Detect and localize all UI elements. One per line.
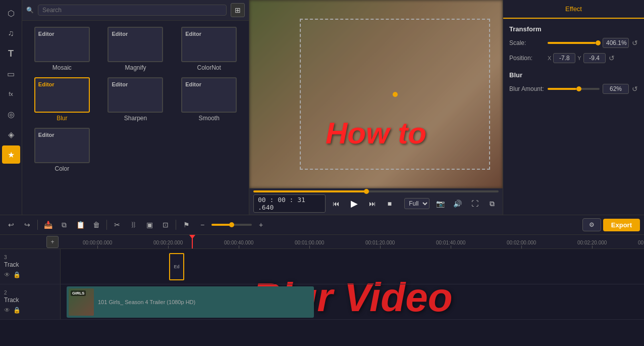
progress-bar[interactable]	[253, 190, 499, 192]
right-panel: Effect Transform Scale: 406.1% ↺ Po	[503, 0, 644, 215]
search-input[interactable]	[38, 5, 227, 16]
effect-card-magnify[interactable]: Editor Magnify	[102, 27, 170, 71]
effect-name-smooth: Smooth	[198, 115, 219, 122]
snapshot-button[interactable]: 📷	[434, 196, 447, 211]
export-settings-button[interactable]: ⚙	[582, 218, 601, 231]
playhead[interactable]	[192, 235, 193, 249]
track-3-name: Track	[4, 261, 19, 268]
track-2-name: Track	[4, 296, 19, 304]
scale-value[interactable]: 406.1%	[603, 38, 629, 48]
step-back-button[interactable]: ⏮	[330, 196, 343, 211]
zoom-slider[interactable]	[211, 224, 252, 226]
left-sidebar: ⬡ ♫ T ▭ fx ◎ ◈ ★	[0, 0, 22, 215]
quality-select[interactable]: Full 1/2 1/4	[404, 198, 430, 209]
sidebar-icon-favorites[interactable]: ★	[2, 145, 20, 164]
quality-group: Full 1/2 1/4	[404, 198, 430, 209]
scale-slider[interactable]	[548, 42, 600, 44]
effect-card-smooth[interactable]: Editor Smooth	[175, 77, 243, 122]
export-button[interactable]: Export	[603, 219, 640, 231]
panel-content: Transform Scale: 406.1% ↺ Position: X	[503, 19, 644, 215]
blur-amount-row: Blur Amount: 62% ↺	[509, 84, 638, 94]
paste-button[interactable]: 📋	[73, 218, 87, 232]
effect-card-blur[interactable]: Editor Blur	[28, 77, 96, 122]
step-forward-button[interactable]: ⏭	[366, 196, 379, 211]
track-2-lock[interactable]: 🔒	[13, 307, 21, 314]
blur-amount-reset-button[interactable]: ↺	[632, 85, 638, 93]
grid-view-button[interactable]: ⊞	[231, 3, 245, 17]
effect-thumb-blur: Editor	[34, 77, 90, 113]
split-button[interactable]: ⧚	[126, 218, 140, 232]
progress-thumb[interactable]	[364, 189, 369, 194]
effect-thumb-colornot: Editor	[181, 27, 237, 62]
ruler-marks: 00:00:00.000 00:00:20.000 00:00:40.000 0…	[83, 235, 644, 249]
video-preview: How to	[249, 0, 503, 188]
effect-card-mosaic[interactable]: Editor Mosaic	[28, 27, 96, 71]
track-3-icons: 👁 🔒	[4, 271, 21, 278]
timeline: + 00:00:00.000 00:00:20.000 00:00:40.000…	[0, 235, 644, 346]
track-2-icons: 👁 🔒	[4, 307, 21, 314]
position-reset-button[interactable]: ↺	[609, 54, 615, 62]
position-x-value[interactable]: -7.8	[553, 53, 575, 63]
effect-thumb-color: Editor	[34, 128, 90, 163]
sidebar-icon-effects[interactable]: fx	[2, 85, 20, 103]
sidebar-icon-stickers[interactable]: ◈	[2, 125, 20, 143]
preview-area: How to 00 : 00 : 31 .640 ⏮ ▶ ⏭ ■ Full 1/…	[249, 0, 503, 215]
effect-card-colornot[interactable]: Editor ColorNot	[175, 27, 243, 71]
effect-thumb-smooth: Editor	[181, 77, 237, 113]
blur-title: Blur	[509, 71, 638, 79]
add-media-button[interactable]: 📥	[41, 218, 55, 232]
resize-button[interactable]: ⊡	[158, 218, 173, 232]
add-track-button[interactable]: +	[46, 236, 59, 248]
marker-button[interactable]: ⚑	[179, 218, 193, 232]
volume-button[interactable]: 🔊	[451, 196, 464, 211]
position-y-label: Y	[577, 55, 581, 61]
toolbar: ↩ ↪ 📥 ⧉ 📋 🗑 ✂ ⧚ ▣ ⊡ ⚑ − + ⚙ Export	[0, 215, 644, 235]
ruler-mark-1: 00:00:20.000	[153, 240, 183, 249]
sidebar-icon-text[interactable]: T	[2, 44, 20, 63]
timeline-add-btn-area: +	[22, 236, 83, 248]
scale-reset-button[interactable]: ↺	[632, 39, 638, 47]
cut-button[interactable]: ✂	[110, 218, 124, 232]
delete-button[interactable]: 🗑	[89, 218, 103, 232]
blur-amount-value[interactable]: 62%	[603, 84, 629, 94]
play-button[interactable]: ▶	[347, 195, 362, 212]
right-panel-tabs: Effect	[503, 0, 644, 19]
track-3-lock[interactable]: 🔒	[13, 271, 21, 278]
sidebar-icon-audio[interactable]: ♫	[2, 24, 20, 42]
sidebar-icon-transitions[interactable]: ▭	[2, 65, 20, 83]
pip-button[interactable]: ⧉	[486, 196, 499, 211]
track-row-3: 3 Track 👁 🔒 Ed	[0, 249, 644, 284]
transform-title: Transform	[509, 25, 638, 33]
blur-amount-slider[interactable]	[548, 88, 600, 90]
zoom-out-button[interactable]: −	[195, 218, 209, 232]
fullscreen-button[interactable]: ⛶	[468, 196, 481, 211]
clip-blur[interactable]: Ed	[169, 253, 184, 280]
toolbar-separator-1	[37, 220, 38, 230]
center-dot	[393, 92, 398, 97]
sidebar-icon-filters[interactable]: ◎	[2, 105, 20, 123]
copy-button[interactable]: ⧉	[57, 218, 71, 232]
video-overlay-text: How to	[326, 116, 426, 151]
effects-panel: 🔍 ⊞ Editor Mosaic Editor Magnify	[22, 0, 249, 215]
track-3-content: Ed	[61, 249, 644, 284]
transform-section: Transform Scale: 406.1% ↺ Position: X	[509, 25, 638, 63]
track-2-visibility[interactable]: 👁	[4, 307, 10, 314]
zoom-in-button[interactable]: +	[254, 218, 268, 232]
clip-video[interactable]: GIRLS 101 Girls_ Season 4 Trailer (1080p…	[67, 286, 314, 318]
redo-button[interactable]: ↪	[20, 218, 34, 232]
effect-card-sharpen[interactable]: Editor Sharpen	[102, 77, 170, 122]
position-row: Position: X -7.8 Y -9.4 ↺	[509, 53, 638, 63]
effect-card-color[interactable]: Editor Color	[28, 128, 96, 172]
position-label: Position:	[509, 55, 545, 62]
sidebar-icon-media[interactable]: ⬡	[2, 4, 20, 22]
playhead-triangle	[189, 235, 195, 239]
crop-button[interactable]: ▣	[142, 218, 156, 232]
blur-amount-label: Blur Amount:	[509, 85, 545, 92]
undo-button[interactable]: ↩	[4, 218, 18, 232]
position-y-value[interactable]: -9.4	[583, 53, 606, 63]
track-3-visibility[interactable]: 👁	[4, 271, 10, 278]
tab-effect[interactable]: Effect	[503, 0, 644, 19]
stop-button[interactable]: ■	[383, 196, 396, 211]
effect-name-mosaic: Mosaic	[52, 64, 72, 71]
video-frame: How to	[249, 0, 503, 188]
